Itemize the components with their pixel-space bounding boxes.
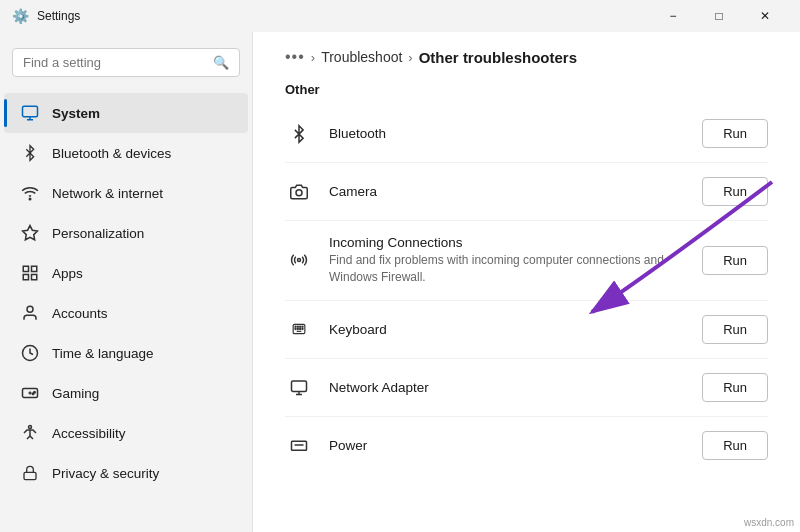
camera-item-title: Camera	[329, 184, 686, 199]
sidebar-label-system: System	[52, 106, 100, 121]
breadcrumb-dots[interactable]: •••	[285, 48, 305, 66]
title-bar: ⚙️ Settings − □ ✕	[0, 0, 800, 32]
svg-rect-0	[23, 106, 38, 117]
incoming-connections-run-button[interactable]: Run	[702, 246, 768, 275]
breadcrumb-current: Other troubleshooters	[419, 49, 577, 66]
sidebar-label-bluetooth: Bluetooth & devices	[52, 146, 171, 161]
camera-item-text: Camera	[329, 184, 686, 199]
app-title: Settings	[37, 9, 80, 23]
gaming-icon	[20, 383, 40, 403]
svg-point-32	[302, 326, 303, 327]
title-bar-title: ⚙️ Settings	[12, 8, 80, 24]
sidebar: 🔍 System Bluetooth & devices Network & i…	[0, 32, 252, 532]
breadcrumb-troubleshoot[interactable]: Troubleshoot	[321, 49, 402, 65]
app-window: 🔍 System Bluetooth & devices Network & i…	[0, 32, 800, 532]
sidebar-item-bluetooth[interactable]: Bluetooth & devices	[4, 133, 248, 173]
system-icon	[20, 103, 40, 123]
svg-rect-4	[23, 266, 28, 271]
incoming-connections-text: Incoming Connections Find and fix proble…	[329, 235, 686, 286]
sidebar-item-apps[interactable]: Apps	[4, 253, 248, 293]
accounts-icon	[20, 303, 40, 323]
svg-point-31	[300, 326, 301, 327]
svg-rect-16	[24, 472, 36, 479]
bluetooth-item-text: Bluetooth	[329, 126, 686, 141]
power-run-button[interactable]: Run	[702, 431, 768, 460]
privacy-icon	[20, 463, 40, 483]
sidebar-label-accessibility: Accessibility	[52, 426, 126, 441]
svg-point-3	[29, 198, 31, 200]
keyboard-run-button[interactable]: Run	[702, 315, 768, 344]
time-icon	[20, 343, 40, 363]
power-item-text: Power	[329, 438, 686, 453]
list-item: Network Adapter Run	[285, 359, 768, 417]
breadcrumb-sep1: ›	[311, 50, 315, 65]
svg-point-30	[297, 326, 298, 327]
apps-icon	[20, 263, 40, 283]
search-icon: 🔍	[213, 55, 229, 70]
breadcrumb-sep2: ›	[408, 50, 412, 65]
list-item: Bluetooth Run	[285, 105, 768, 163]
window-controls: − □ ✕	[650, 0, 788, 32]
list-item: Camera Run	[285, 163, 768, 221]
sidebar-label-apps: Apps	[52, 266, 83, 281]
power-item-icon	[285, 431, 313, 459]
network-adapter-run-button[interactable]: Run	[702, 373, 768, 402]
network-adapter-text: Network Adapter	[329, 380, 686, 395]
sidebar-item-accounts[interactable]: Accounts	[4, 293, 248, 333]
network-icon	[20, 183, 40, 203]
list-item: Power Run	[285, 417, 768, 474]
search-input[interactable]	[23, 55, 205, 70]
sidebar-label-privacy: Privacy & security	[52, 466, 159, 481]
bluetooth-run-button[interactable]: Run	[702, 119, 768, 148]
incoming-connections-desc: Find and fix problems with incoming comp…	[329, 252, 686, 286]
svg-point-8	[27, 306, 33, 312]
svg-point-14	[32, 393, 34, 395]
sidebar-label-accounts: Accounts	[52, 306, 108, 321]
breadcrumb: ••• › Troubleshoot › Other troubleshoote…	[253, 32, 800, 74]
svg-point-36	[302, 329, 303, 330]
sidebar-item-privacy[interactable]: Privacy & security	[4, 453, 248, 493]
accessibility-icon	[20, 423, 40, 443]
svg-point-15	[29, 426, 32, 429]
network-adapter-title: Network Adapter	[329, 380, 686, 395]
minimize-button[interactable]: −	[650, 0, 696, 32]
sidebar-label-personalization: Personalization	[52, 226, 144, 241]
svg-point-34	[297, 329, 298, 330]
sidebar-item-network[interactable]: Network & internet	[4, 173, 248, 213]
svg-rect-5	[32, 266, 37, 271]
keyboard-item-title: Keyboard	[329, 322, 686, 337]
close-button[interactable]: ✕	[742, 0, 788, 32]
svg-point-18	[298, 259, 301, 262]
svg-point-17	[296, 189, 302, 195]
svg-rect-7	[32, 275, 37, 280]
sidebar-item-personalization[interactable]: Personalization	[4, 213, 248, 253]
list-item: Incoming Connections Find and fix proble…	[285, 221, 768, 301]
content-wrapper: ••• › Troubleshoot › Other troubleshoote…	[252, 32, 800, 532]
list-item: Keyboard Run	[285, 301, 768, 359]
keyboard-item-text: Keyboard	[329, 322, 686, 337]
sidebar-item-time[interactable]: Time & language	[4, 333, 248, 373]
settings-logo-icon: ⚙️	[12, 8, 29, 24]
personalization-icon	[20, 223, 40, 243]
content-area: ••• › Troubleshoot › Other troubleshoote…	[252, 32, 800, 532]
svg-point-35	[300, 329, 301, 330]
sidebar-item-system[interactable]: System	[4, 93, 248, 133]
sidebar-item-accessibility[interactable]: Accessibility	[4, 413, 248, 453]
camera-item-icon	[285, 178, 313, 206]
svg-rect-6	[23, 275, 28, 280]
section-other-header: Other	[285, 82, 768, 101]
incoming-connections-icon	[285, 246, 313, 274]
power-item-title: Power	[329, 438, 686, 453]
bluetooth-icon	[20, 143, 40, 163]
search-box[interactable]: 🔍	[12, 48, 240, 77]
watermark: wsxdn.com	[744, 517, 794, 528]
sidebar-label-time: Time & language	[52, 346, 154, 361]
sidebar-item-gaming[interactable]: Gaming	[4, 373, 248, 413]
svg-rect-37	[292, 381, 307, 392]
network-adapter-icon	[285, 373, 313, 401]
keyboard-item-icon	[285, 315, 313, 343]
svg-point-33	[295, 329, 296, 330]
content-body: Other Bluetooth Run	[253, 74, 800, 532]
maximize-button[interactable]: □	[696, 0, 742, 32]
camera-run-button[interactable]: Run	[702, 177, 768, 206]
